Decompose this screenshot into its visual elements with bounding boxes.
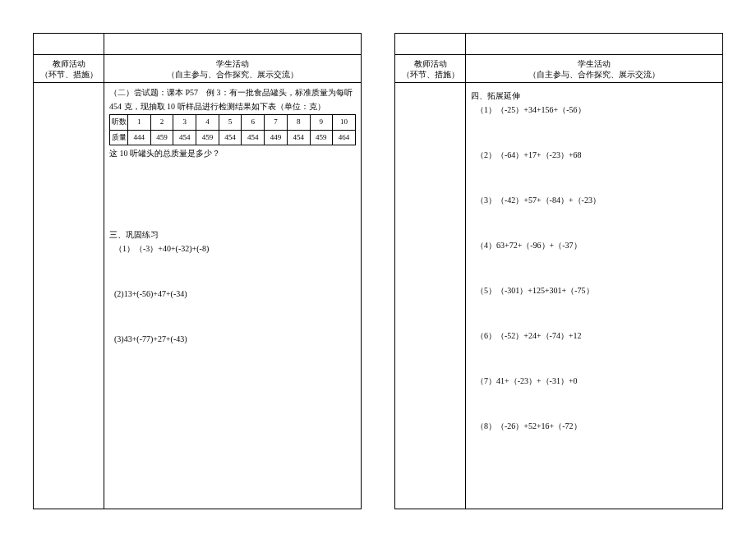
student-content: （二）尝试题：课本 P57 例 3：有一批食品罐头，标准质量为每听 454 克，… — [104, 83, 361, 509]
question-text: 这 10 听罐头的总质量是多少？ — [109, 147, 356, 159]
cell: 454 — [173, 130, 196, 145]
teacher-content — [34, 83, 104, 509]
right-page: 教师活动 （环节、措施） 学生活动 （自主参与、合作探究、展示交流） 四、拓展延… — [394, 33, 723, 509]
cell: 454 — [219, 130, 242, 145]
empty-cell-right — [104, 34, 361, 54]
teacher-header-l2: （环节、措施） — [402, 69, 459, 80]
table-row: 质量 444 459 454 459 454 454 449 454 459 4… — [110, 130, 356, 145]
problem-3: (3)43+(-77)+27+(-43) — [109, 333, 356, 345]
problem-1: （1）（-3）+40+(-32)+(-8) — [109, 242, 356, 255]
empty-cell-left — [395, 34, 466, 54]
cell: 7 — [265, 115, 288, 131]
student-header-l2: （自主参与、合作探究、展示交流） — [528, 69, 660, 80]
empty-top-row — [34, 34, 361, 55]
empty-cell-left — [34, 34, 104, 54]
cell: 2 — [150, 115, 173, 131]
student-header-l1: 学生活动 — [578, 58, 611, 69]
student-content: 四、拓展延伸 （1）（-25）+34+156+（-56） （2）（-64）+17… — [466, 83, 722, 509]
cell: 454 — [242, 130, 265, 145]
cell: 444 — [128, 130, 151, 145]
section3-title: 三、巩固练习 — [109, 228, 356, 241]
cell: 454 — [287, 130, 310, 145]
data-table: 听数 1 2 3 4 5 6 7 8 9 10 质量 444 459 454 — [109, 114, 356, 145]
cell: 464 — [333, 130, 356, 145]
ext-problem-3: （3）（-42）+57+（-84）+（-23） — [471, 194, 717, 206]
student-header: 学生活动 （自主参与、合作探究、展示交流） — [466, 55, 722, 82]
ext-problem-1: （1）（-25）+34+156+（-56） — [471, 104, 717, 116]
teacher-header-l1: 教师活动 — [414, 58, 447, 69]
header-row: 教师活动 （环节、措施） 学生活动 （自主参与、合作探究、展示交流） — [395, 55, 722, 83]
cell: 9 — [310, 115, 333, 131]
empty-cell-right — [466, 34, 722, 54]
cell: 10 — [333, 115, 356, 131]
header-row: 教师活动 （环节、措施） 学生活动 （自主参与、合作探究、展示交流） — [34, 55, 361, 83]
cell: 449 — [265, 130, 288, 145]
ext-problem-8: （8）（-26）+52+16+（-72） — [471, 420, 717, 432]
student-header-l1: 学生活动 — [216, 58, 249, 69]
teacher-header-l1: 教师活动 — [53, 58, 85, 69]
teacher-header: 教师活动 （环节、措施） — [395, 55, 466, 82]
student-header-l2: （自主参与、合作探究、展示交流） — [167, 69, 298, 80]
section4-title: 四、拓展延伸 — [471, 90, 717, 102]
teacher-content — [395, 83, 466, 509]
left-page: 教师活动 （环节、措施） 学生活动 （自主参与、合作探究、展示交流） （二）尝试… — [33, 33, 362, 509]
ext-problem-5: （5）（-301）+125+301+（-75） — [471, 284, 717, 297]
cell: 3 — [173, 115, 196, 131]
ext-problem-7: （7）41+（-23）+（-31）+0 — [471, 375, 717, 387]
problem-2: (2)13+(-56)+47+(-34) — [109, 288, 356, 300]
body-row: 四、拓展延伸 （1）（-25）+34+156+（-56） （2）（-64）+17… — [395, 83, 722, 509]
cell: 5 — [219, 115, 242, 131]
ext-problem-6: （6）（-52）+24+（-74）+12 — [471, 329, 717, 342]
body-row: （二）尝试题：课本 P57 例 3：有一批食品罐头，标准质量为每听 454 克，… — [34, 83, 361, 509]
empty-top-row — [395, 34, 722, 55]
intro-line2: 454 克，现抽取 10 听样品进行检测结果如下表（单位：克） — [109, 100, 356, 113]
cell: 459 — [196, 130, 219, 145]
row-head-1: 听数 — [110, 115, 128, 131]
row-head-2: 质量 — [110, 130, 128, 145]
cell: 4 — [196, 115, 219, 131]
cell: 6 — [242, 115, 265, 131]
cell: 8 — [287, 115, 310, 131]
ext-problem-2: （2）（-64）+17+（-23）+68 — [471, 149, 717, 161]
cell: 1 — [128, 115, 151, 131]
ext-problem-4: （4）63+72+（-96）+（-37） — [471, 239, 717, 251]
table-row: 听数 1 2 3 4 5 6 7 8 9 10 — [110, 115, 356, 131]
student-header: 学生活动 （自主参与、合作探究、展示交流） — [104, 55, 361, 82]
cell: 459 — [310, 130, 333, 145]
cell: 459 — [150, 130, 173, 145]
teacher-header: 教师活动 （环节、措施） — [34, 55, 104, 82]
teacher-header-l2: （环节、措施） — [40, 69, 98, 80]
intro-line1: （二）尝试题：课本 P57 例 3：有一批食品罐头，标准质量为每听 — [109, 86, 356, 99]
